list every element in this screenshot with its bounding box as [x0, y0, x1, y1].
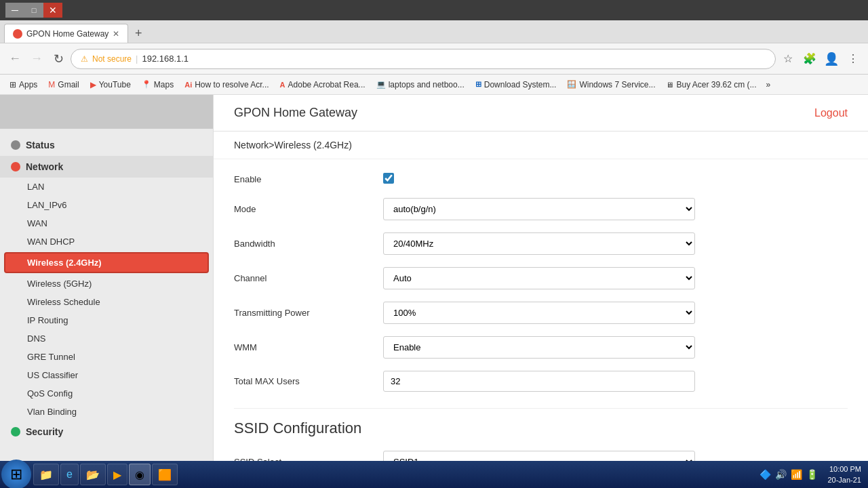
explorer-icon: 📁	[39, 468, 53, 481]
back-button[interactable]: ←	[5, 49, 24, 68]
bandwidth-label: Bandwidth	[234, 239, 370, 249]
network-label: Network	[26, 161, 63, 172]
tab-close-icon[interactable]: ✕	[113, 29, 119, 39]
bandwidth-select[interactable]: 20MHz 40MHz 20/40MHz	[383, 232, 695, 255]
start-button[interactable]: ⊞	[1, 460, 31, 488]
browser-titlebar: ─ □ ✕	[0, 0, 868, 20]
extensions-icon[interactable]: 🧩	[800, 49, 819, 68]
tab-title: GPON Home Gateway	[26, 29, 108, 39]
active-tab[interactable]: GPON Home Gateway ✕	[4, 24, 128, 43]
sidebar-nav: Status Network LAN LAN_IPv6 WAN WAN DHCP…	[0, 129, 213, 448]
sidebar-item-wireless-schedule[interactable]: Wireless Schedule	[0, 293, 213, 311]
sidebar-item-ip-routing[interactable]: IP Routing	[0, 311, 213, 329]
form-row-mode: Mode auto(b/g/n) b only g only n only	[234, 198, 848, 220]
form-row-enable: Enable	[234, 173, 848, 186]
bookmark-download[interactable]: ⊞ Download System...	[470, 78, 562, 92]
bookmark-laptops[interactable]: 💻 laptops and netboo...	[371, 78, 470, 92]
sidebar-logo-area	[0, 95, 213, 129]
tray-bluetooth-icon: 🔷	[760, 469, 771, 480]
page-title: GPON Home Gateway	[234, 106, 357, 120]
sidebar-item-wireless-5[interactable]: Wireless (5GHz)	[0, 274, 213, 293]
wmm-select[interactable]: Enable Disable	[383, 336, 695, 359]
tab-favicon	[13, 29, 22, 39]
bookmark-youtube[interactable]: ▶ YouTube	[85, 78, 136, 92]
sidebar-section-security[interactable]: Security	[0, 421, 213, 443]
tray-sound-icon: 🔊	[775, 469, 787, 480]
ie-icon: e	[66, 468, 73, 481]
bookmark-maps[interactable]: 📍 Maps	[136, 78, 179, 92]
lock-icon: ⚠	[81, 54, 88, 64]
total-max-users-label: Total MAX Users	[234, 376, 370, 386]
apps-icon: ⊞	[9, 80, 16, 89]
logout-button[interactable]: Logout	[814, 107, 848, 119]
sidebar-item-wan-dhcp[interactable]: WAN DHCP	[0, 232, 213, 251]
windows-icon: 🪟	[567, 80, 576, 89]
channel-label: Channel	[234, 273, 370, 283]
security-text: Not secure	[92, 54, 132, 64]
close-button[interactable]: ✕	[43, 3, 62, 18]
enable-checkbox[interactable]	[383, 173, 394, 184]
bookmark-star-icon[interactable]: ☆	[778, 49, 797, 68]
ssid-select-dropdown[interactable]: SSID1 SSID2 SSID3 SSID4	[383, 451, 695, 461]
taskbar: ⊞ 📁 e 📂 ▶ ◉ 🟧 🔷 🔊 📶 🔋 10:00 PM 20-Jan-21	[0, 461, 868, 488]
bookmarks-bar: ⊞ Apps M Gmail ▶ YouTube 📍 Maps Ai How t…	[0, 75, 868, 95]
sidebar-section-status[interactable]: Status	[0, 134, 213, 156]
bookmark-how-to[interactable]: Ai How to resolve Acr...	[179, 78, 274, 92]
taskbar-item-files[interactable]: 📂	[80, 464, 106, 485]
channel-select[interactable]: Auto 1234 5678 91011	[383, 267, 695, 289]
forward-button[interactable]: →	[27, 49, 46, 68]
mode-select[interactable]: auto(b/g/n) b only g only n only	[383, 198, 695, 220]
ssid-select-control: SSID1 SSID2 SSID3 SSID4	[383, 451, 695, 461]
tray-network-icon: 📶	[791, 469, 802, 480]
bookmark-buy[interactable]: 🖥 Buy Acer 39.62 cm (...	[660, 78, 762, 92]
bookmark-adobe[interactable]: A Adobe Acrobat Rea...	[275, 78, 371, 92]
taskbar-item-app2[interactable]: 🟧	[152, 464, 178, 485]
download-icon: ⊞	[475, 80, 481, 89]
laptops-icon: 💻	[376, 80, 386, 89]
network-dot-icon	[11, 162, 20, 171]
sidebar-item-vlan-binding[interactable]: Vlan Binding	[0, 403, 213, 421]
tx-power-label: Transmitting Power	[234, 308, 370, 318]
security-dot-icon	[11, 427, 20, 436]
clock-date: 20-Jan-21	[827, 474, 861, 486]
sidebar: Status Network LAN LAN_IPv6 WAN WAN DHCP…	[0, 95, 214, 461]
url-bar[interactable]: ⚠ Not secure | 192.168.1.1	[71, 49, 776, 69]
new-tab-button[interactable]: +	[128, 24, 149, 43]
more-bookmarks-button[interactable]: »	[762, 78, 775, 92]
form-row-ssid-select: SSID Select SSID1 SSID2 SSID3 SSID4	[234, 451, 848, 461]
taskbar-clock[interactable]: 10:00 PM 20-Jan-21	[822, 464, 867, 486]
bandwidth-control: 20MHz 40MHz 20/40MHz	[383, 232, 695, 255]
page-content: Status Network LAN LAN_IPv6 WAN WAN DHCP…	[0, 95, 868, 461]
sidebar-item-lan[interactable]: LAN	[0, 178, 213, 196]
sidebar-section-network[interactable]: Network	[0, 156, 213, 178]
taskbar-item-media[interactable]: ▶	[107, 464, 127, 485]
breadcrumb: Network>Wireless (2.4GHz)	[214, 131, 868, 159]
wmm-control: Enable Disable	[383, 336, 695, 359]
taskbar-item-chrome[interactable]: ◉	[129, 464, 151, 485]
sidebar-item-dns[interactable]: DNS	[0, 329, 213, 348]
chrome-icon: ◉	[135, 468, 144, 481]
bookmark-gmail[interactable]: M Gmail	[43, 78, 84, 92]
sidebar-item-wireless-24[interactable]: Wireless (2.4GHz)	[4, 252, 209, 273]
total-max-users-input[interactable]	[383, 371, 695, 392]
sidebar-item-qos-config[interactable]: QoS Config	[0, 384, 213, 403]
bookmark-windows[interactable]: 🪟 Windows 7 Service...	[561, 78, 660, 92]
tx-power-select[interactable]: 100% 75% 50% 25%	[383, 302, 695, 324]
menu-icon[interactable]: ⋮	[844, 49, 863, 68]
profile-icon[interactable]: 👤	[822, 49, 841, 68]
taskbar-item-explorer[interactable]: 📁	[33, 464, 59, 485]
adobe-acr-icon: Ai	[184, 81, 192, 89]
maximize-button[interactable]: □	[24, 3, 43, 18]
acer-icon: 🖥	[666, 81, 673, 89]
sidebar-item-us-classifier[interactable]: US Classifier	[0, 366, 213, 384]
sidebar-item-lan-ipv6[interactable]: LAN_IPv6	[0, 196, 213, 214]
minimize-button[interactable]: ─	[5, 3, 24, 18]
enable-label: Enable	[234, 174, 370, 184]
sidebar-item-gre-tunnel[interactable]: GRE Tunnel	[0, 348, 213, 366]
sidebar-item-wan[interactable]: WAN	[0, 214, 213, 232]
refresh-button[interactable]: ↻	[49, 49, 68, 68]
taskbar-tray: 🔷 🔊 📶 🔋	[755, 469, 822, 480]
bookmark-apps[interactable]: ⊞ Apps	[4, 78, 43, 92]
taskbar-item-ie[interactable]: e	[60, 464, 79, 485]
ssid-config-title: SSID Configuration	[234, 408, 848, 437]
